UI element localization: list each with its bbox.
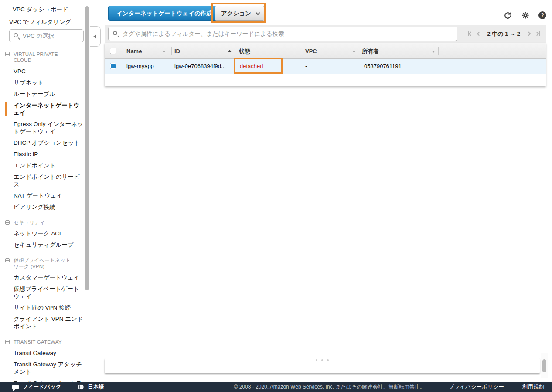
select-all-checkbox[interactable] (110, 48, 116, 54)
section-title: 仮想プライベートネットワーク (VPN) (14, 257, 71, 269)
feedback-button[interactable]: フィードバック (12, 383, 61, 391)
pagination-last-button[interactable] (535, 31, 540, 36)
collapse-minus-icon[interactable] (5, 52, 10, 56)
pagination-first-button[interactable] (468, 31, 472, 36)
column-header-name[interactable]: Name (126, 43, 142, 59)
cell-owner: 053790761191 (364, 59, 402, 74)
sidebar-collapse-tab[interactable] (90, 26, 101, 47)
vpc-select-search[interactable] (9, 29, 84, 42)
detail-pane-collapsed (105, 358, 540, 373)
copyright-text: © 2008 - 2020, Amazon Web Services, Inc.… (234, 383, 425, 391)
table-search-box[interactable] (108, 27, 457, 41)
pagination-next-button[interactable] (527, 32, 530, 35)
sidebar-item-endpoints[interactable]: エンドポイント (14, 162, 83, 169)
igw-table: Name ID 状態 VPC 所有者 igw-myapp igw-0e70683… (105, 43, 546, 86)
cell-name: igw-myapp (126, 59, 154, 74)
sort-idle-icon (352, 51, 356, 53)
language-label: 日本語 (88, 383, 104, 391)
sidebar-item-route-tables[interactable]: ルートテーブル (14, 90, 83, 98)
pagination: 2 中の 1 ～ 2 (468, 25, 540, 43)
cell-vpc: - (305, 59, 307, 74)
sidebar-item-peering-connections[interactable]: ピアリング接続 (14, 203, 83, 211)
terms-link[interactable]: 利用規約 (522, 383, 544, 391)
table-header-row: Name ID 状態 VPC 所有者 (105, 43, 546, 59)
sidebar-item-egress-only-igw[interactable]: Egress Only インターネットゲートウェイ (14, 120, 83, 135)
sidebar-item-elastic-ip[interactable]: Elastic IP (14, 150, 83, 158)
sidebar-item-network-acl[interactable]: ネットワーク ACL (14, 230, 83, 237)
vpc-filter-label: VPC でフィルタリング: (9, 18, 90, 26)
sidebar-item-security-groups[interactable]: セキュリティグループ (14, 241, 83, 249)
sidebar-item-customer-gateways[interactable]: カスタマーゲートウェイ (14, 274, 83, 281)
sort-idle-icon (432, 51, 435, 53)
sidebar-section-vpc: VIRTUAL PRIVATE CLOUD VPC サブネット ルートテーブル … (0, 51, 90, 211)
sidebar-section-transit-gateway: TRANSIT GATEWAY Transit Gateway Transit … (0, 339, 90, 382)
pagination-label: 2 中の 1 ～ 2 (487, 30, 520, 38)
language-selector[interactable]: 日本語 (78, 383, 104, 391)
sidebar-item-vpc-dashboard[interactable]: VPC ダッシュボード (13, 6, 90, 13)
column-header-vpc[interactable]: VPC (305, 43, 317, 59)
sidebar-section-vpn: 仮想プライベートネットワーク (VPN) カスタマーゲートウェイ 仮想プライベー… (0, 257, 90, 330)
sidebar-item-endpoint-services[interactable]: エンドポイントのサービス (14, 173, 83, 188)
sidebar-item-vpc[interactable]: VPC (14, 68, 83, 75)
search-icon (14, 33, 18, 37)
sort-idle-icon (162, 51, 166, 53)
vertical-scrollbar-track (541, 353, 548, 378)
feedback-label: フィードバック (22, 383, 61, 391)
column-header-id[interactable]: ID (174, 43, 180, 59)
section-title: セキュリティ (14, 219, 71, 225)
sidebar-item-client-vpn-endpoints[interactable]: クライアント VPN エンドポイント (14, 315, 83, 330)
sidebar-item-dhcp-option-sets[interactable]: DHCP オプションセット (14, 139, 83, 147)
sidebar-section-security: セキュリティ ネットワーク ACL セキュリティグループ (0, 219, 90, 249)
vertical-scrollbar-thumb[interactable] (542, 359, 546, 372)
sidebar-item-internet-gateways[interactable]: インターネットゲートウェイ (14, 102, 83, 116)
table-filter-input[interactable] (109, 27, 457, 41)
refresh-icon[interactable] (504, 11, 512, 21)
section-title: VIRTUAL PRIVATE CLOUD (14, 51, 71, 63)
collapse-minus-icon[interactable] (5, 340, 10, 344)
collapse-minus-icon[interactable] (5, 258, 10, 262)
annotation-highlight-detached (234, 58, 283, 74)
annotation-highlight-actions (211, 3, 266, 23)
sidebar-scrollbar[interactable] (85, 6, 89, 290)
search-icon (113, 31, 117, 35)
table-row[interactable]: igw-myapp igw-0e7068394f9d... detached -… (105, 59, 546, 74)
detail-pane-divider (105, 356, 552, 356)
help-icon[interactable]: ? (538, 11, 546, 19)
sidebar-item-transit-gateway[interactable]: Transit Gateway (14, 349, 83, 357)
filter-band: 2 中の 1 ～ 2 (105, 25, 546, 43)
sidebar-item-site-to-site-vpn[interactable]: サイト間の VPN 接続 (14, 304, 83, 311)
feedback-bubble-icon (12, 385, 19, 389)
footer-bar: フィードバック 日本語 © 2008 - 2020, Amazon Web Se… (0, 382, 552, 392)
column-header-owner[interactable]: 所有者 (362, 43, 379, 59)
sidebar-item-virtual-private-gateways[interactable]: 仮想プライベートゲートウェイ (14, 285, 83, 300)
create-internet-gateway-button[interactable]: インターネットゲートウェイの作成 (108, 6, 221, 21)
globe-icon (78, 384, 84, 390)
sort-ascending-icon (228, 50, 232, 52)
sidebar-item-nat-gateways[interactable]: NAT ゲートウェイ (14, 192, 83, 199)
row-checkbox-checked[interactable] (110, 63, 116, 69)
section-title: TRANSIT GATEWAY (14, 339, 71, 345)
collapse-minus-icon[interactable] (5, 220, 10, 225)
gear-icon[interactable] (521, 11, 529, 21)
vpc-select-input[interactable] (10, 30, 83, 42)
sidebar-item-tgw-attachments[interactable]: Transit Gateway アタッチメント (14, 361, 83, 375)
chevron-left-icon (93, 34, 96, 39)
cell-id: igw-0e7068394f9d... (174, 59, 226, 74)
sidebar-item-subnets[interactable]: サブネット (14, 79, 83, 86)
sidebar: VPC ダッシュボード VPC でフィルタリング: VIRTUAL PRIVAT… (0, 0, 90, 382)
privacy-policy-link[interactable]: プライバシーポリシー (449, 383, 504, 391)
column-header-state[interactable]: 状態 (239, 43, 250, 59)
pagination-prev-button[interactable] (477, 32, 480, 35)
resize-handle-icon[interactable] (316, 359, 329, 361)
